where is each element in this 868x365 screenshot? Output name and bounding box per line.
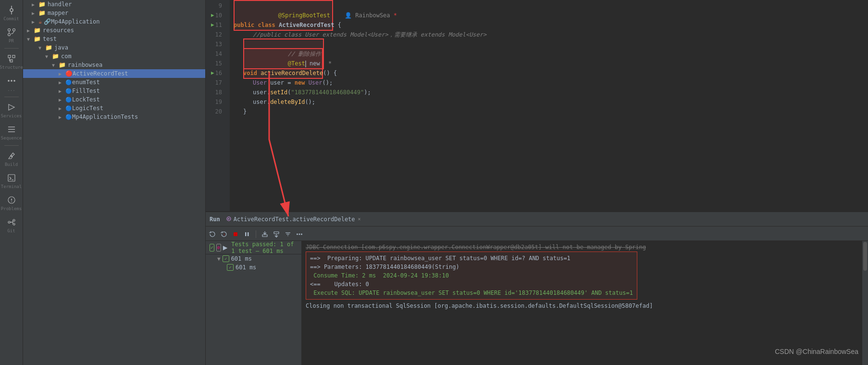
folder-icon-rainbowsea: 📁 [59, 62, 66, 68]
test-list-item-sub[interactable]: ✓ 601 ms [206, 263, 301, 272]
run-tab-file[interactable]: ActiveRecordTest.activeRecordDelete × [234, 216, 361, 223]
arrow-filltest: ▶ [59, 88, 65, 94]
rerun-failed-button[interactable]: ! [219, 229, 229, 239]
run-tab-label[interactable]: Run [210, 216, 220, 223]
test-result-header: ✓ ⊘ ▶ Tests passed: 1 of 1 test – 601 ms [206, 241, 301, 254]
arrow-mp4apptests: ▶ [59, 114, 65, 120]
scrollbar-thumb[interactable] [863, 242, 867, 271]
kw-new: new [295, 78, 305, 88]
tree-item-mapper[interactable]: ▶ 📁 mapper [23, 9, 205, 17]
svg-text:!: ! [223, 233, 225, 236]
line-num-20: 20 [206, 107, 226, 116]
test-passed-check: ✓ [210, 244, 214, 252]
tree-item-mp4app[interactable]: ▶ ☕ 🔗 Mp4Application [23, 17, 205, 26]
export-button[interactable] [260, 229, 270, 239]
linenum-16: 16 [215, 68, 222, 78]
filter-button[interactable] [283, 229, 293, 239]
console-output[interactable]: JDBC Connection [com.p6spy.engine.wrappe… [302, 241, 862, 365]
toolbar-separator [256, 230, 256, 238]
tree-item-java[interactable]: ▼ 📁 java [23, 43, 205, 52]
line-num-19: 19 [206, 97, 226, 107]
code-line-18: user. setId ( "1837781440184680449" ); [234, 88, 868, 97]
sequence-label: Sequence [1, 136, 22, 140]
tree-item-enumtest[interactable]: ▶ 🔵 enumTest [23, 78, 205, 87]
modified-marker: * [390, 11, 397, 20]
scrollbar-area[interactable] [862, 241, 868, 365]
sidebar-item-problems[interactable]: Problems [0, 192, 23, 214]
tree-label-mp4app-text: Mp4Application [51, 18, 99, 25]
tree-item-com[interactable]: ▼ 📁 com [23, 52, 205, 61]
tree-label-activerecord: ActiveRecordTest [73, 70, 128, 77]
test-list-item-601ms[interactable]: ▼ ✓ 601 ms [206, 254, 301, 263]
svg-point-5 [8, 34, 10, 36]
class-user: User [253, 78, 267, 88]
linenum-17: 17 [215, 78, 222, 88]
tree-item-locktest[interactable]: ▶ 🔵 LockTest [23, 95, 205, 104]
parens16: () { [323, 68, 337, 78]
kw-class: class [258, 20, 275, 30]
stop-button[interactable] [231, 229, 240, 239]
import-button[interactable] [272, 229, 281, 239]
svg-point-12 [11, 80, 12, 82]
classname-activerecordtest: ActiveRecordTest [279, 20, 335, 30]
test-icon-activerecord: 🔴 [65, 70, 73, 77]
arrow-resources: ▶ [27, 28, 34, 33]
sidebar-item-structure[interactable]: Structure [0, 50, 23, 73]
annotation-springboottest: @SpringBootTest [278, 12, 330, 19]
tree-item-test[interactable]: ▼ 📁 test [23, 35, 205, 43]
run-gutter-11[interactable]: ▶ [211, 20, 214, 30]
brace1: { [335, 20, 341, 30]
svg-point-40 [299, 233, 300, 235]
sidebar-item-commit[interactable]: Commit [0, 2, 23, 24]
tree-item-logictest[interactable]: ▶ 🔵 LogicTest [23, 104, 205, 113]
rerun-button[interactable] [208, 229, 217, 239]
code-line-19: user. deleteById (); [234, 97, 868, 107]
sidebar-item-services[interactable]: Services [0, 99, 23, 121]
sidebar: Commit PR Structure [0, 0, 23, 365]
item-check: ✓ [223, 255, 229, 262]
more-label: ... [7, 87, 15, 92]
sidebar-item-more[interactable]: ... [0, 73, 23, 95]
sidebar-item-terminal[interactable]: Terminal [0, 170, 23, 192]
more-run-button[interactable] [295, 229, 304, 239]
arrow-test: ▼ [27, 37, 34, 42]
sidebar-item-build[interactable]: Build [0, 148, 23, 170]
tree-item-rainbowsea[interactable]: ▼ 📁 rainbowsea [23, 61, 205, 69]
services-icon [6, 102, 17, 113]
run-gutter-10[interactable]: ▶ [211, 11, 214, 20]
sidebar-item-pr[interactable]: PR [0, 24, 23, 46]
test-icon-locktest: 🔵 [65, 97, 72, 103]
sidebar-divider-2 [4, 97, 19, 97]
terminal-label: Terminal [1, 184, 22, 189]
tree-item-filltest[interactable]: ▶ 🔵 FillTest [23, 87, 205, 95]
tree-item-resources[interactable]: ▶ 📁 resources [23, 26, 205, 35]
code-editor: 9 ▶ 10 ▶ 11 12 13 14 [206, 0, 868, 211]
svg-rect-31 [248, 232, 249, 236]
tree-item-handler[interactable]: ▶ 📁 handler [23, 0, 205, 9]
space1 [254, 20, 258, 30]
method-setid: setId [270, 88, 287, 97]
tree-label-mp4apptests: Mp4ApplicationTests [72, 113, 138, 120]
tree-item-mp4apptests[interactable]: ▶ 🔵 Mp4ApplicationTests [23, 113, 205, 121]
parens17: (); [322, 78, 333, 88]
tree-label-resources: resources [43, 27, 74, 34]
problems-label: Problems [1, 206, 22, 211]
run-gutter-16[interactable]: ▶ [211, 68, 214, 78]
run-toolbar: Run ActiveRecordTest.activeRecordDelete … [206, 212, 868, 227]
code-line-13 [234, 39, 868, 49]
line-num-16: ▶ 16 [206, 68, 226, 78]
run-tab-close[interactable]: × [358, 216, 361, 222]
expand-arrow[interactable]: ▶ [223, 243, 228, 252]
space17b [305, 78, 308, 88]
sidebar-item-sequence[interactable]: Sequence [0, 121, 23, 143]
svg-rect-7 [12, 55, 15, 58]
comment-line12: //public class User extends Model<User>，… [253, 30, 486, 39]
tree-item-activerecord[interactable]: ▶ 🔴 ActiveRecordTest [23, 69, 205, 78]
folder-icon-com: 📁 [52, 53, 59, 60]
pause-button[interactable] [242, 229, 252, 239]
folder-icon-test: 📁 [34, 36, 41, 42]
line-num-18: 18 [206, 88, 226, 97]
problems-icon [6, 195, 17, 205]
code-content[interactable]: @SpringBootTest 👤 RainbowSea * public cl… [230, 0, 868, 211]
sidebar-item-git[interactable]: Git [0, 214, 23, 236]
